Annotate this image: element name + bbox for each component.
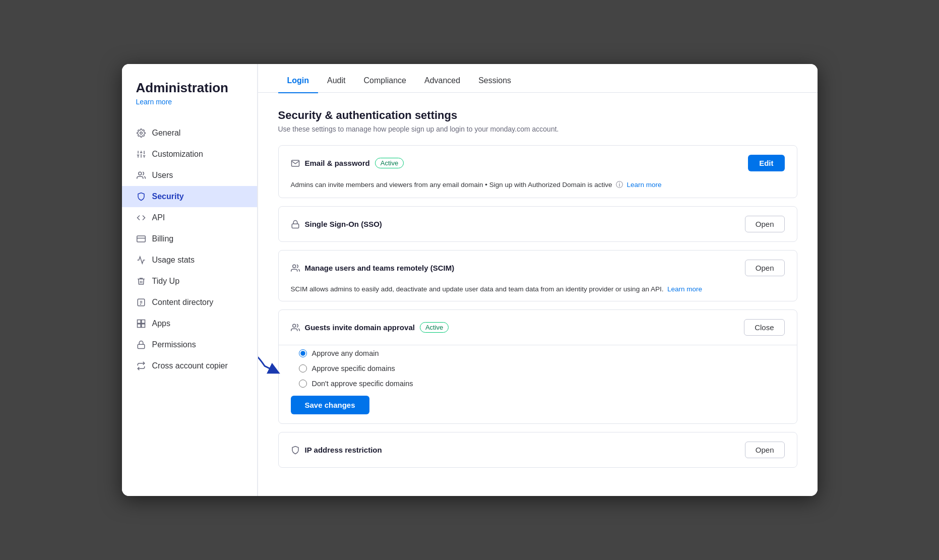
ip-restriction-open-button[interactable]: Open — [745, 442, 785, 458]
email-password-card: Email & password Active Edit Admins can … — [278, 145, 797, 198]
scim-open-button[interactable]: Open — [745, 260, 785, 276]
tab-advanced[interactable]: Advanced — [415, 68, 469, 93]
chart-icon — [136, 255, 146, 265]
email-password-learn-more[interactable]: Learn more — [627, 181, 662, 189]
tab-sessions[interactable]: Sessions — [469, 68, 520, 93]
ip-restriction-card-row: IP address restriction Open — [279, 432, 797, 467]
radio-approve-specific-label: Approve specific domains — [312, 364, 395, 372]
sidebar-item-label-security: Security — [152, 192, 184, 201]
scim-description: SCIM allows admins to easily add, deacti… — [279, 285, 797, 301]
content-area: Security & authentication settings Use t… — [258, 93, 818, 496]
api-icon — [136, 213, 146, 223]
sidebar: Administration Learn more General Custom… — [122, 64, 258, 496]
tidy-icon — [136, 276, 146, 286]
save-changes-button[interactable]: Save changes — [291, 396, 369, 414]
info-icon: ⓘ — [616, 181, 623, 189]
sidebar-item-label-users: Users — [152, 171, 173, 180]
sidebar-item-users[interactable]: Users — [122, 165, 257, 186]
email-password-description: Admins can invite members and viewers fr… — [279, 180, 797, 198]
email-password-card-row: Email & password Active Edit — [279, 146, 797, 180]
email-password-badge: Active — [375, 158, 404, 168]
radio-approve-any-input[interactable] — [299, 349, 307, 357]
email-icon — [291, 159, 300, 168]
svg-rect-18 — [141, 320, 145, 323]
radio-approve-any-label: Approve any domain — [312, 349, 379, 357]
guests-badge: Active — [420, 322, 449, 333]
svg-rect-11 — [137, 236, 145, 242]
sidebar-item-label-tidy-up: Tidy Up — [152, 277, 180, 286]
sidebar-item-usage-stats[interactable]: Usage stats — [122, 250, 257, 271]
guests-users-icon — [291, 323, 300, 332]
sidebar-item-customization[interactable]: Customization — [122, 144, 257, 165]
sidebar-item-permissions[interactable]: Permissions — [122, 334, 257, 355]
guests-radio-options: Approve any domain Approve specific doma… — [279, 345, 797, 390]
email-password-edit-button[interactable]: Edit — [748, 155, 784, 171]
svg-point-23 — [292, 265, 295, 268]
radio-dont-approve-specific-label: Don't approve specific domains — [312, 380, 413, 388]
tab-audit[interactable]: Audit — [318, 68, 354, 93]
page-subtitle: Use these settings to manage how people … — [278, 125, 797, 133]
sidebar-nav: General Customization Users — [122, 118, 257, 377]
radio-approve-any[interactable]: Approve any domain — [299, 349, 785, 357]
svg-point-10 — [138, 172, 141, 175]
sidebar-nav-list: General Customization Users — [122, 122, 257, 377]
sso-lock-icon — [291, 220, 300, 229]
sidebar-item-label-cross-account-copier: Cross account copier — [152, 361, 228, 370]
sidebar-item-api[interactable]: API — [122, 207, 257, 228]
sidebar-item-label-customization: Customization — [152, 150, 203, 159]
sidebar-title: Administration — [136, 80, 243, 96]
guests-card-row: Guests invite domain approval Active Clo… — [279, 310, 797, 345]
sidebar-item-label-permissions: Permissions — [152, 340, 196, 349]
sso-card-row: Single Sign-On (SSO) Open — [279, 207, 797, 241]
sidebar-item-billing[interactable]: Billing — [122, 228, 257, 250]
sidebar-item-label-usage-stats: Usage stats — [152, 256, 195, 265]
scim-card-left: Manage users and teams remotely (SCIM) — [291, 264, 745, 273]
copy-icon — [136, 361, 146, 371]
apps-icon — [136, 319, 146, 329]
shield-icon — [136, 192, 146, 202]
svg-point-0 — [140, 132, 142, 135]
guests-card: Guests invite domain approval Active Clo… — [278, 309, 797, 424]
scim-users-icon — [291, 264, 300, 273]
tab-compliance[interactable]: Compliance — [355, 68, 415, 93]
lock-icon — [136, 340, 146, 350]
sidebar-item-tidy-up[interactable]: Tidy Up — [122, 271, 257, 292]
svg-rect-21 — [138, 344, 145, 348]
radio-dont-approve-specific[interactable]: Don't approve specific domains — [299, 380, 785, 388]
sidebar-item-label-general: General — [152, 129, 181, 138]
scim-card: Manage users and teams remotely (SCIM) O… — [278, 250, 797, 301]
sidebar-item-cross-account-copier[interactable]: Cross account copier — [122, 355, 257, 377]
sidebar-item-label-content-directory: Content directory — [152, 298, 214, 307]
radio-approve-specific[interactable]: Approve specific domains — [299, 364, 785, 372]
sidebar-header: Administration Learn more — [122, 80, 257, 118]
tab-login[interactable]: Login — [278, 68, 319, 93]
guests-close-button[interactable]: Close — [744, 319, 784, 336]
radio-dont-approve-specific-input[interactable] — [299, 380, 307, 388]
guests-title: Guests invite domain approval — [305, 323, 415, 332]
annotation-wrapper: Approve any domain Approve specific doma… — [279, 345, 797, 390]
main-content: Login Audit Compliance Advanced Sessions… — [258, 64, 818, 496]
sidebar-item-apps[interactable]: Apps — [122, 313, 257, 334]
sidebar-item-security[interactable]: Security — [122, 186, 257, 207]
ip-shield-icon — [291, 446, 300, 455]
ip-restriction-title: IP address restriction — [305, 446, 382, 454]
email-password-card-left: Email & password Active — [291, 158, 748, 168]
sidebar-item-label-apps: Apps — [152, 319, 170, 328]
radio-approve-specific-input[interactable] — [299, 364, 307, 372]
scim-title: Manage users and teams remotely (SCIM) — [305, 264, 455, 272]
email-password-title: Email & password — [305, 159, 370, 167]
ip-restriction-card: IP address restriction Open — [278, 432, 797, 468]
gear-icon — [136, 128, 146, 138]
sidebar-item-content-directory[interactable]: Content directory — [122, 292, 257, 313]
svg-point-24 — [292, 324, 295, 327]
sidebar-learn-more-link[interactable]: Learn more — [136, 98, 172, 106]
sso-card-left: Single Sign-On (SSO) — [291, 220, 745, 229]
tabs-bar: Login Audit Compliance Advanced Sessions — [258, 68, 818, 93]
sso-title: Single Sign-On (SSO) — [305, 220, 382, 228]
scim-learn-more[interactable]: Learn more — [667, 285, 702, 293]
sliders-icon — [136, 149, 146, 159]
sso-open-button[interactable]: Open — [745, 216, 785, 232]
sidebar-item-general[interactable]: General — [122, 122, 257, 144]
svg-rect-22 — [292, 224, 299, 228]
content-icon — [136, 297, 146, 307]
